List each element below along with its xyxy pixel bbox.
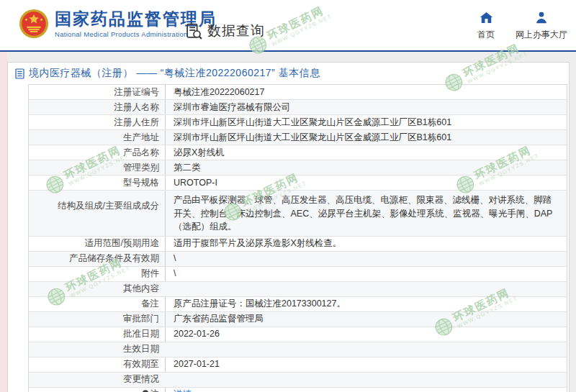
row-label: 附件: [29, 267, 165, 281]
row-value: \: [165, 267, 567, 281]
row-label: 注册人名称: [29, 100, 165, 114]
row-label: 有效期至: [29, 357, 165, 372]
table-row: 其他内容: [29, 282, 567, 297]
detail-link[interactable]: 详情: [174, 389, 192, 392]
table-row: 产品名称泌尿X射线机: [29, 145, 567, 160]
row-value: 粤械注准20222060217: [165, 85, 567, 99]
table-row: 变更情况: [29, 373, 567, 388]
table-row: 型号规格UROTOP-I: [29, 176, 567, 191]
national-emblem-logo[interactable]: [19, 9, 49, 39]
row-value: 广东省药品监督管理局: [165, 312, 567, 327]
row-label: 型号规格: [29, 176, 165, 190]
document-search-icon: [185, 22, 203, 40]
left-edge-strip: [0, 52, 7, 392]
row-label: 其他内容: [29, 282, 165, 296]
table-row: 注册证编号粤械注准20222060217: [29, 85, 567, 100]
row-value: 适用于腹部平片及泌尿系造影X射线检查。: [165, 237, 567, 251]
table-row: 产品储存条件及有效期\: [29, 252, 567, 267]
table-row: 适用范围/预期用途适用于腹部平片及泌尿系造影X射线检查。: [29, 237, 567, 252]
table-row: 批准日期2022-01-26: [29, 327, 567, 342]
header-divider: [0, 50, 576, 52]
row-value: [165, 342, 567, 357]
table-row: 审批部门广东省药品监督管理局: [29, 312, 567, 327]
row-value: 产品由平板探测器、球管、高压发生器、高压电缆、电源柜、限束器、滤线栅、对讲系统、…: [165, 191, 567, 236]
row-label: 变更情况: [29, 373, 165, 387]
table-row: 生效日期: [29, 342, 567, 357]
table-row: 备注原产品注册证号：国械注准20173300127。: [29, 297, 567, 312]
row-value: 原产品注册证号：国械注准20173300127。: [165, 297, 567, 311]
row-value: 深圳市睿迪医疗器械有限公司: [165, 100, 567, 114]
row-value: UROTOP-I: [165, 176, 567, 190]
data-query-nav[interactable]: 数据查询: [185, 22, 265, 40]
row-label: 审批部门: [29, 312, 165, 327]
row-value: 详情: [165, 388, 567, 392]
row-label: 结构及组成/主要组成成分: [29, 191, 165, 236]
table-row-note: 注 详情: [29, 388, 567, 392]
row-label: 生产地址: [29, 130, 165, 145]
nav-home[interactable]: 首页: [472, 12, 500, 41]
table-row: 有效期至2027-01-21: [29, 357, 567, 373]
row-label: 产品储存条件及有效期: [29, 252, 165, 266]
row-value: [165, 282, 567, 296]
nav-service-hall[interactable]: 网上办事大厅: [513, 12, 570, 41]
table-row: 注册人名称深圳市睿迪医疗器械有限公司: [29, 100, 567, 115]
row-label: 管理类别: [29, 160, 165, 175]
row-value: [165, 373, 567, 387]
nav-home-label: 首页: [472, 29, 500, 41]
row-label: 批准日期: [29, 327, 165, 342]
person-icon: [535, 12, 548, 24]
table-row: 生产地址深圳市坪山新区坪山街道大工业区聚龙山片区金威源工业厂区B1栋601: [29, 130, 567, 145]
home-icon: [480, 12, 493, 24]
site-header: 国家药品监督管理局 National Medical Products Admi…: [0, 0, 576, 50]
nav-hall-label: 网上办事大厅: [513, 29, 570, 41]
page-title: 境内医疗器械（注册） —— “粤械注准20222060217” 基本信息: [29, 67, 320, 80]
row-value: 泌尿X射线机: [165, 145, 567, 160]
row-value: 深圳市坪山新区坪山街道大工业区聚龙山片区金威源工业厂区B1栋601: [165, 115, 567, 129]
row-label: 备注: [29, 297, 165, 311]
row-value: \: [165, 252, 567, 266]
detail-card: 境内医疗器械（注册） —— “粤械注准20222060217” 基本信息 注册证…: [7, 62, 570, 392]
table-row: 管理类别第二类: [29, 160, 567, 176]
row-value: 2022-01-26: [165, 327, 567, 342]
row-value: 深圳市坪山新区坪山街道大工业区聚龙山片区金威源工业厂区B1栋601: [165, 130, 567, 145]
table-row: 注册人住所深圳市坪山新区坪山街道大工业区聚龙山片区金威源工业厂区B1栋601: [29, 115, 567, 130]
row-value: 第二类: [165, 160, 567, 175]
row-label: 生效日期: [29, 342, 165, 357]
row-label: 注册人住所: [29, 115, 165, 129]
row-label: 注: [29, 388, 165, 392]
table-row: 结构及组成/主要组成成分产品由平板探测器、球管、高压发生器、高压电缆、电源柜、限…: [29, 191, 567, 237]
row-label: 产品名称: [29, 145, 165, 160]
table-row: 附件\: [29, 267, 567, 282]
emblem-icon: [19, 9, 49, 39]
row-value: 2027-01-21: [165, 357, 567, 372]
row-label: 适用范围/预期用途: [29, 237, 165, 251]
document-icon: [15, 68, 24, 79]
row-label: 注册证编号: [29, 85, 165, 99]
registration-info-table: 注册证编号粤械注准20222060217 注册人名称深圳市睿迪医疗器械有限公司 …: [28, 84, 567, 392]
data-query-label: 数据查询: [207, 22, 265, 40]
breadcrumb: 境内医疗器械（注册） —— “粤械注准20222060217” 基本信息: [8, 63, 569, 84]
